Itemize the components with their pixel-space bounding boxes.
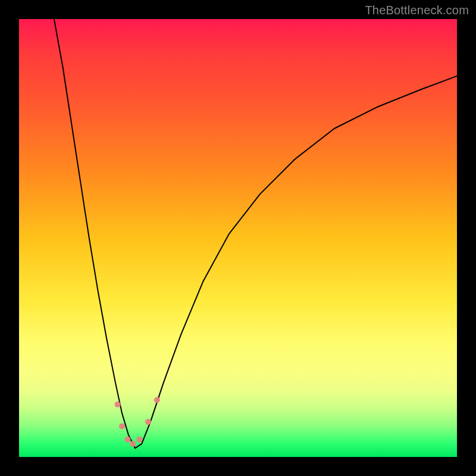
watermark-text: TheBottleneck.com bbox=[365, 4, 469, 17]
marker-dot bbox=[145, 419, 151, 425]
markers bbox=[115, 397, 160, 447]
marker-dot bbox=[154, 397, 160, 403]
plot-area bbox=[19, 19, 457, 457]
chart-frame: TheBottleneck.com bbox=[0, 0, 476, 476]
marker-dot bbox=[125, 437, 131, 443]
bottleneck-curve bbox=[54, 19, 457, 448]
chart-svg bbox=[19, 19, 457, 457]
marker-dot bbox=[136, 437, 142, 443]
marker-dot bbox=[119, 424, 125, 430]
marker-dot bbox=[115, 402, 121, 408]
marker-dot bbox=[130, 441, 136, 447]
